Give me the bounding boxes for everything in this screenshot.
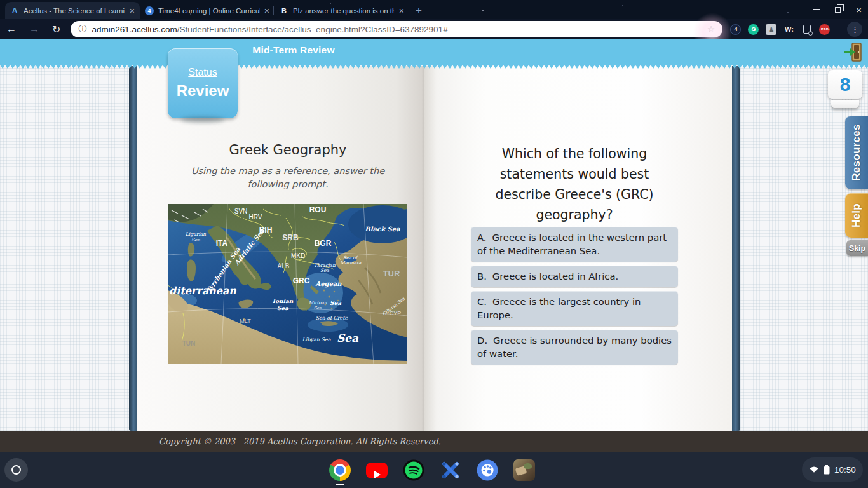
question-text: Which of the following statements would … [467,144,682,225]
help-tab-label: Help [850,203,863,227]
grammarly-extension-icon[interactable]: G [748,24,759,35]
map-label: GRC [293,276,310,285]
answer-option-d[interactable]: D.Greece is surrounded by many bodies of… [471,330,678,365]
resources-tab-label: Resources [850,124,863,181]
chromeos-shelf: 10:50 [0,452,868,488]
window-close-button[interactable]: × [856,5,862,15]
brainly-favicon-icon: B [280,6,288,15]
lesson-header-title: Mid-Term Review [252,44,334,56]
answer-options: A.Greece is located in the western part … [471,227,678,365]
reload-button[interactable]: ↻ [46,24,67,36]
lesson-title: Greek Geography [169,142,407,158]
problem-counter: 8 [828,70,862,99]
map-label: Black Sea [365,226,400,233]
answer-option-a[interactable]: A.Greece is located in the western part … [471,227,678,262]
spotify-app-icon[interactable] [403,459,424,481]
tab-close-icon[interactable]: × [264,6,269,15]
youtube-app-icon[interactable] [366,459,388,481]
new-tab-button[interactable]: + [409,4,428,19]
tab-title: Plz answer the question is on th [293,7,395,15]
map-label: SRB [282,233,299,242]
problem-counter-flip-edge [831,100,859,108]
map-label: TUN [182,340,196,347]
book-cover-left-edge [129,66,137,431]
option-letter: B. [477,271,487,281]
battery-icon [824,465,830,475]
tab-title: Time4Learning | Online Curricul [158,7,260,15]
map-label: Ionian [273,298,294,304]
launcher-button[interactable] [4,458,28,482]
option-letter: D. [477,335,487,346]
search-document-extension-icon[interactable] [801,24,812,35]
skip-button[interactable]: Skip [846,240,868,256]
window-minimize-button[interactable] [813,9,820,10]
chrome-menu-button[interactable]: ⋮ [847,22,862,37]
tab-acellus[interactable]: A Acellus - The Science of Learning × [5,2,140,19]
map-label: MLT [240,318,251,324]
map-label: Marmara [340,261,362,266]
map-label: BGR [315,239,332,248]
option-letter: A. [477,232,487,243]
map-label: Sea [277,305,288,311]
answer-option-c[interactable]: C.Greece is the largest country in Europ… [471,291,678,326]
map-label: Sea of Crete [316,315,349,321]
map-label: diterranean [169,285,236,297]
photo-extension-icon[interactable]: ♟ [766,24,776,35]
option-letter: C. [477,296,487,307]
tab-close-icon[interactable]: × [130,6,135,15]
url-path: /StudentFunctions/Interface/acellus_engi… [177,25,707,34]
map-label: ROU [309,205,327,214]
book-cover-right-edge [732,66,740,431]
option-text: Greece is located in the western part of… [477,232,667,256]
time4learning-favicon-icon: 4 [145,6,154,15]
wifi-icon [809,466,819,474]
map-label: Sea [337,332,359,344]
copyright-text: Copyright © 2003 - 2019 Acellus Corporat… [159,431,441,452]
adblock-extension-icon[interactable]: EAB [819,24,830,35]
clock: 10:50 [834,465,856,475]
map-label: Sea [320,268,330,273]
map-label: Sea [191,237,201,243]
map-label: ITA [216,239,228,248]
map-label: Mirtoan [309,301,327,306]
map-label: Aegean [315,280,342,288]
option-text: Greece is located in Africa. [492,271,618,281]
crossed-pencils-app-icon[interactable] [440,459,461,481]
browser-tab-strip: A Acellus - The Science of Learning × 4 … [0,0,868,19]
browser-toolbar: ← → ↻ ⓘ admin261.acellus.com /StudentFun… [0,19,868,39]
acellus-favicon-icon: A [10,6,19,15]
tab-time4learning[interactable]: 4 Time4Learning | Online Curricul × [140,2,275,19]
page-info-icon[interactable]: ⓘ [78,24,86,35]
header-zigzag-edge [0,65,868,69]
help-tab[interactable]: Help [845,193,868,238]
game-app-icon[interactable] [513,459,535,481]
problem-counter-value: 8 [840,74,851,95]
map-label: Sea [330,300,341,306]
system-tray[interactable]: 10:50 [802,458,863,482]
canvas-palette-app-icon[interactable] [477,459,498,481]
map-label: Sea [313,306,322,311]
back-button[interactable]: ← [0,24,23,35]
exit-lesson-icon[interactable] [844,41,863,63]
map-label: MKD [291,252,305,259]
answer-option-b[interactable]: B.Greece is located in Africa. [471,266,678,287]
tab-close-icon[interactable]: × [399,6,404,15]
address-bar[interactable]: ⓘ admin261.acellus.com /StudentFunctions… [71,21,722,37]
window-restore-button[interactable] [835,7,841,13]
tab-title: Acellus - The Science of Learning [24,7,125,15]
wiki-extension-icon[interactable]: W: [783,24,794,35]
map-label: ALB [278,262,290,269]
time4learning-extension-icon[interactable]: 4 [730,24,741,35]
status-badge-label: Status [188,67,217,78]
bookmark-star-icon[interactable]: ☆ [707,24,715,34]
url-domain: admin261.acellus.com [92,25,177,34]
tab-brainly[interactable]: B Plz answer the question is on th × [275,2,409,19]
map-label: Ligurian [186,231,206,237]
mediterranean-map-image: SVNHRVBIHSRBROUBGRMKDALBGRCITAMLTTURCYPT… [168,204,407,364]
forward-button[interactable]: → [23,24,46,35]
chrome-app-icon[interactable] [329,459,351,481]
option-text: Greece is the largest country in Europe. [477,296,641,320]
map-label: TUR [383,269,400,278]
option-text: Greece is surrounded by many bodies of w… [477,335,672,359]
resources-tab[interactable]: Resources [845,116,868,189]
